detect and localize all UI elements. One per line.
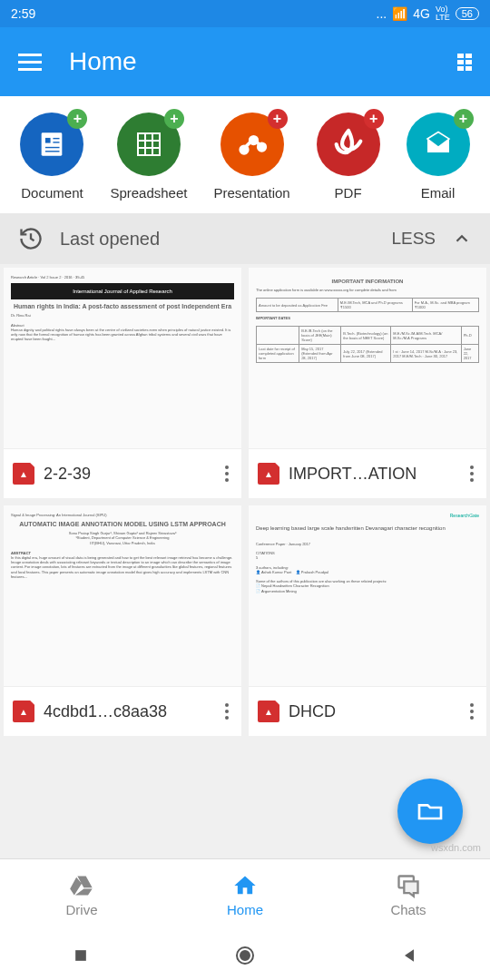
status-time: 2:59: [11, 6, 35, 21]
quick-action-email[interactable]: + Email: [407, 113, 470, 201]
file-thumbnail: Research Article · Vol 2 Issue 2 · 2016 …: [4, 268, 241, 449]
spreadsheet-icon: +: [117, 113, 181, 176]
file-card[interactable]: IMPORTANT INFORMATION The online applica…: [249, 268, 486, 498]
more-options-icon[interactable]: [221, 462, 232, 485]
svg-rect-17: [75, 950, 86, 961]
file-name: DHCD: [289, 702, 457, 721]
file-thumbnail: Signal & Image Processing: An Internatio…: [4, 505, 241, 687]
history-icon: [18, 226, 44, 251]
network-type: 4G: [413, 6, 430, 21]
volte-icon: Vo)LTE: [436, 5, 450, 22]
home-button-icon[interactable]: [234, 945, 256, 966]
battery-level: 56: [456, 7, 479, 20]
signal-dots: ...: [377, 6, 387, 21]
file-name: IMPORT…ATION: [289, 465, 457, 484]
file-info: ▲ DHCD: [249, 687, 486, 736]
svg-rect-2: [54, 138, 60, 139]
svg-rect-6: [138, 133, 160, 155]
add-badge-icon: +: [164, 109, 184, 129]
file-thumbnail: ResearchGate Deep learning based large s…: [249, 505, 486, 687]
nav-label: Home: [227, 902, 263, 917]
drive-icon: [69, 873, 94, 898]
pdf-file-icon: ▲: [258, 463, 279, 485]
quick-actions-row: + Document + Spreadsheet + Presentation …: [0, 96, 490, 213]
signal-bars-icon: 📶: [392, 6, 407, 21]
document-icon: +: [20, 113, 83, 176]
home-icon: [232, 873, 258, 898]
svg-rect-5: [45, 151, 60, 152]
status-right: ... 📶 4G Vo)LTE 56: [377, 5, 479, 22]
svg-point-19: [240, 951, 250, 960]
section-title: Last opened: [60, 229, 375, 250]
nav-label: Chats: [390, 902, 426, 917]
nav-drive[interactable]: Drive: [0, 859, 163, 931]
app-bar: Home: [0, 27, 490, 96]
chevron-up-icon[interactable]: [452, 229, 472, 249]
file-card[interactable]: Research Article · Vol 2 Issue 2 · 2016 …: [4, 268, 241, 498]
app-title: Home: [69, 47, 457, 76]
file-info: ▲ IMPORT…ATION: [249, 449, 486, 498]
quick-action-spreadsheet[interactable]: + Spreadsheet: [110, 113, 187, 201]
pdf-file-icon: ▲: [258, 701, 279, 722]
file-card[interactable]: ResearchGate Deep learning based large s…: [249, 505, 486, 736]
folder-icon: [416, 797, 445, 826]
chats-icon: [396, 873, 421, 898]
menu-icon[interactable]: [18, 54, 42, 71]
quick-action-presentation[interactable]: + Presentation: [213, 113, 289, 201]
bottom-nav: Drive Home Chats: [0, 858, 490, 931]
qa-label: PDF: [335, 185, 362, 201]
svg-rect-0: [42, 132, 63, 156]
add-badge-icon: +: [268, 109, 288, 129]
file-thumbnail: IMPORTANT INFORMATION The online applica…: [249, 268, 486, 449]
qa-label: Email: [421, 185, 456, 201]
recent-apps-icon[interactable]: [72, 946, 90, 965]
svg-line-15: [256, 142, 260, 146]
nav-chats[interactable]: Chats: [327, 859, 490, 931]
qa-label: Presentation: [213, 185, 289, 201]
svg-rect-4: [45, 147, 60, 148]
nav-label: Drive: [65, 902, 97, 917]
files-grid: Research Article · Vol 2 Issue 2 · 2016 …: [0, 264, 490, 740]
file-info: ▲ 4cdbd1…c8aa38: [4, 687, 241, 736]
email-icon: +: [407, 113, 470, 176]
svg-rect-3: [54, 142, 60, 142]
add-badge-icon: +: [67, 109, 87, 129]
add-badge-icon: +: [364, 109, 384, 129]
back-icon[interactable]: [400, 946, 418, 965]
qa-label: Spreadsheet: [110, 185, 187, 201]
section-header[interactable]: Last opened LESS: [0, 213, 490, 264]
add-badge-icon: +: [454, 109, 474, 129]
svg-rect-1: [45, 138, 51, 143]
grid-view-icon[interactable]: [457, 54, 472, 71]
presentation-icon: +: [220, 113, 284, 176]
more-options-icon[interactable]: [466, 462, 477, 485]
svg-line-14: [245, 142, 250, 147]
file-card[interactable]: Signal & Image Processing: An Internatio…: [4, 505, 241, 736]
qa-label: Document: [21, 185, 83, 201]
file-info: ▲ 2-2-39: [4, 449, 241, 498]
system-nav-bar: [0, 931, 490, 980]
status-bar: 2:59 ... 📶 4G Vo)LTE 56: [0, 0, 490, 27]
more-options-icon[interactable]: [221, 700, 232, 723]
file-name: 2-2-39: [44, 465, 212, 484]
pdf-icon: +: [317, 113, 380, 176]
collapse-toggle[interactable]: LESS: [391, 229, 436, 249]
quick-action-document[interactable]: + Document: [20, 113, 83, 201]
fab-new-folder[interactable]: [397, 779, 463, 844]
quick-action-pdf[interactable]: + PDF: [317, 113, 380, 201]
watermark: wsxdn.com: [431, 842, 481, 853]
pdf-file-icon: ▲: [13, 463, 34, 485]
nav-home[interactable]: Home: [163, 859, 327, 931]
more-options-icon[interactable]: [466, 700, 477, 723]
file-name: 4cdbd1…c8aa38: [44, 702, 212, 721]
pdf-file-icon: ▲: [13, 701, 34, 722]
